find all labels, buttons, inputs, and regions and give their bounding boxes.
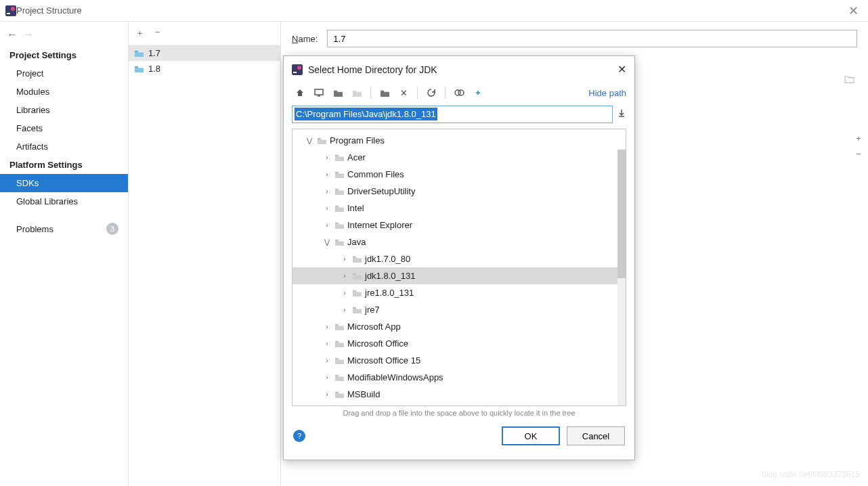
open-folder-icon[interactable] [844,74,854,85]
delete-icon[interactable]: ✕ [395,85,412,100]
home-icon[interactable] [292,85,308,100]
svg-rect-14 [335,155,339,156]
cancel-button[interactable]: Cancel [567,426,625,445]
project-icon[interactable] [330,85,346,100]
nav-forward-icon[interactable]: → [23,28,34,41]
sidebar-item-libraries[interactable]: Libraries [0,101,128,119]
svg-rect-15 [335,172,339,173]
tree-node[interactable]: ›jdk1.7.0_80 [292,250,626,267]
nav-back-icon[interactable]: ← [7,28,18,41]
module-icon [349,85,365,100]
tree-node[interactable]: ›Acer [292,149,626,166]
svg-rect-21 [353,273,356,275]
tree-node[interactable]: ›MSBuild [292,386,626,403]
history-dropdown-icon[interactable] [617,108,626,121]
tree-node[interactable]: ›Microsoft App [292,318,626,335]
svg-rect-5 [292,64,303,75]
tree-node[interactable]: ›nodejs [292,403,626,406]
main-title: Project Structure [16,5,82,16]
tree-node-label: Java [347,237,366,247]
main-close-icon[interactable]: ✕ [844,3,863,18]
svg-rect-3 [135,51,138,52]
tree-node[interactable]: ›Microsoft Office [292,335,626,352]
tree-node[interactable]: ⋁Program Files [292,132,626,149]
chevron-down-icon[interactable]: ⋁ [322,238,332,246]
folder-icon [317,136,327,145]
tree-node[interactable]: ›DriverSetupUtility [292,183,626,200]
remove-classpath-icon[interactable]: − [856,149,861,159]
svg-rect-27 [335,375,339,376]
chevron-right-icon[interactable]: › [340,306,349,313]
sidebar-item-problems[interactable]: Problems 3 [0,219,128,239]
help-icon[interactable]: ? [293,430,305,442]
tree-node-label: DriverSetupUtility [347,186,415,196]
new-folder-icon[interactable]: + [376,85,393,100]
chevron-right-icon[interactable]: › [340,289,349,296]
problems-count-badge: 3 [106,223,118,235]
tree-node[interactable]: ›jre1.8.0_131 [292,284,626,301]
tree-node-label: jre7 [365,305,380,315]
add-classpath-icon[interactable]: + [856,133,861,143]
intellij-icon [292,64,303,75]
sidebar-item-artifacts[interactable]: Artifacts [0,137,128,156]
tree-node[interactable]: ›ModifiableWindowsApps [292,369,626,386]
directory-tree[interactable]: ⋁Program Files›Acer›Common Files›DriverS… [292,129,626,406]
chevron-right-icon[interactable]: › [322,221,332,229]
chevron-down-icon[interactable]: ⋁ [305,137,314,144]
svg-rect-6 [293,72,297,73]
tree-node[interactable]: ⋁Java [292,234,626,250]
intellij-icon [5,5,16,16]
folder-icon [352,288,362,297]
sdk-list-panel: ＋ − 1.71.8 [129,22,281,486]
svg-rect-8 [315,89,323,95]
chevron-right-icon[interactable]: › [322,323,332,330]
folder-icon [334,238,345,246]
chevron-right-icon[interactable]: › [322,171,332,178]
folder-icon [334,339,345,348]
tree-scrollbar-thumb[interactable] [617,150,626,278]
show-hidden-icon[interactable] [451,85,467,100]
tree-node[interactable]: ›Common Files [292,166,626,183]
svg-rect-20 [353,257,356,258]
sdk-list-item[interactable]: 1.7 [129,45,280,61]
chevron-right-icon[interactable]: › [322,154,332,161]
add-sdk-icon[interactable]: ＋ [135,27,144,39]
project-structure-window: Project Structure ✕ ← → Project Settings… [0,0,868,486]
sdk-name-input[interactable] [327,30,857,47]
add-path-icon[interactable] [470,85,486,100]
tree-node[interactable]: ›Internet Explorer [292,217,626,234]
svg-rect-22 [353,290,356,292]
folder-icon [334,153,345,162]
remove-sdk-icon[interactable]: − [155,27,160,39]
folder-icon [334,373,345,382]
tree-node[interactable]: ›Microsoft Office 15 [292,352,626,369]
chevron-right-icon[interactable]: › [322,204,332,212]
tree-node[interactable]: ›Intel [292,200,626,217]
chevron-right-icon[interactable]: › [322,340,332,347]
chevron-right-icon[interactable]: › [322,357,332,364]
dialog-close-icon[interactable]: ✕ [617,63,626,76]
sdk-list-item[interactable]: 1.8 [129,61,280,76]
chevron-right-icon[interactable]: › [340,272,349,280]
sidebar-item-facets[interactable]: Facets [0,119,128,137]
sidebar-item-project[interactable]: Project [0,64,128,83]
tree-node[interactable]: ›jdk1.8.0_131 [292,267,626,284]
chevron-right-icon[interactable]: › [322,391,332,398]
chevron-right-icon[interactable]: › [322,374,332,381]
svg-point-12 [458,90,464,95]
sidebar-item-sdks[interactable]: SDKs [0,174,128,192]
sidebar-item-modules[interactable]: Modules [0,83,128,101]
refresh-icon[interactable] [423,85,439,100]
ok-button[interactable]: OK [502,426,560,445]
tree-node[interactable]: ›jre7 [292,301,626,318]
hide-path-link[interactable]: Hide path [588,88,626,98]
svg-rect-19 [335,240,339,241]
chevron-right-icon[interactable]: › [340,255,349,263]
tree-node-label: Microsoft Office [347,338,408,349]
chevron-right-icon[interactable]: › [322,187,332,195]
tree-node-label: MSBuild [347,389,380,399]
tree-node-label: jdk1.8.0_131 [365,271,415,281]
desktop-icon[interactable] [311,85,327,100]
sidebar-item-global-libraries[interactable]: Global Libraries [0,192,128,211]
path-input[interactable] [292,106,613,123]
